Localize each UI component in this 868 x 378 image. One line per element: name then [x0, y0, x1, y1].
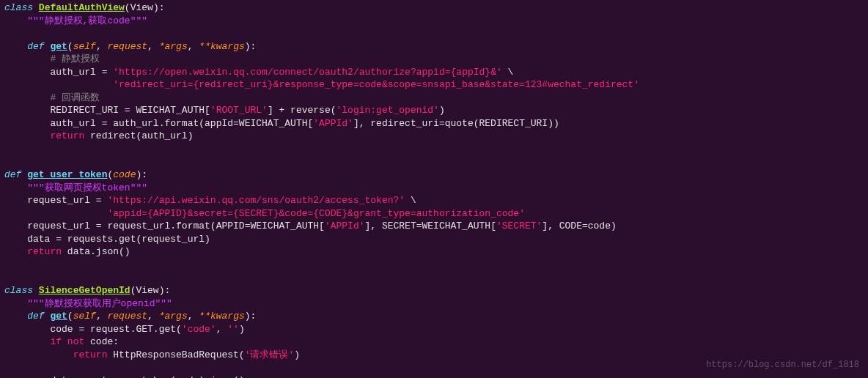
function-get-user-token: get_user_token [27, 169, 107, 180]
classname: SilenceGetOpenId [39, 285, 130, 296]
classname: DefaultAuthView [39, 2, 125, 13]
method-get: get [50, 311, 67, 322]
docstring: """获取网页授权token""" [27, 182, 147, 193]
watermark-text: https://blog.csdn.net/df_1818 [706, 359, 859, 371]
docstring: """静默授权获取用户openid""" [27, 298, 172, 309]
code-editor[interactable]: class DefaultAuthView(View): """静默授权,获取c… [4, 1, 864, 378]
docstring: """静默授权,获取code""" [27, 15, 147, 26]
keyword-class: class [4, 2, 33, 13]
comment: # 静默授权 [50, 53, 100, 64]
comment: # 回调函数 [50, 92, 100, 103]
method-get: get [50, 41, 67, 52]
